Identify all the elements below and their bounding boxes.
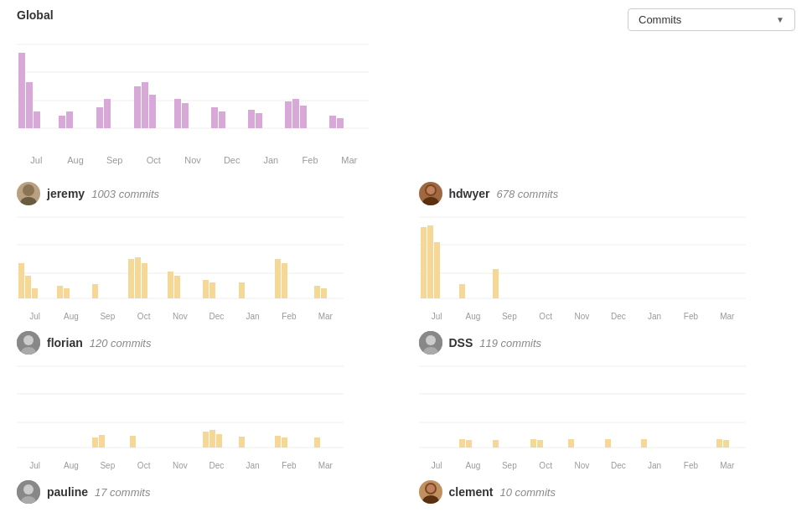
chart-svg-dss: 300 200 100 0 [419,358,746,458]
svg-rect-84 [92,437,98,448]
user-header-dss: DSS 119 commits [419,331,796,355]
chart-svg-jeremy: 300 200 100 0 [17,209,344,309]
svg-rect-21 [219,111,225,128]
dropdown-label: Commits [639,13,681,26]
svg-rect-23 [256,113,262,128]
svg-rect-91 [275,436,281,448]
chart-florian: 300 200 100 0 [17,358,394,470]
svg-point-58 [422,197,439,205]
global-title: Global [17,8,54,22]
svg-rect-19 [182,103,189,128]
user-section-dss: DSS 119 commits 300 200 100 0 [419,326,796,475]
global-chart-section: 300 200 100 0 [17,36,795,165]
x-labels-jeremy: Jul Aug Sep Oct Nov Dec Jan Feb Mar [17,312,344,321]
svg-point-74 [23,335,34,345]
svg-rect-14 [104,99,111,128]
svg-rect-56 [321,288,327,298]
user-header-jeremy: jeremy 1003 commits [17,182,394,205]
svg-rect-109 [537,440,543,448]
svg-rect-15 [134,86,141,128]
svg-rect-46 [135,257,141,298]
svg-rect-11 [59,116,65,128]
svg-rect-54 [282,263,287,298]
svg-rect-40 [25,276,31,298]
top-row: Global Commits ▼ [17,8,795,31]
avatar-florian [17,331,40,355]
x-labels-hdwyer: Jul Aug Sep Oct Nov Dec Jan Feb Mar [419,312,746,321]
svg-rect-20 [211,107,218,128]
svg-rect-112 [641,439,647,448]
svg-rect-45 [128,259,134,298]
svg-rect-90 [239,437,245,448]
svg-rect-93 [314,437,320,448]
commits-dss: 119 commits [479,337,541,349]
svg-rect-17 [149,95,156,128]
avatar-icon-hdwyer [419,182,442,205]
svg-rect-22 [248,110,255,128]
svg-rect-72 [493,269,499,298]
x-label-aug: Aug [56,155,96,165]
svg-rect-114 [723,440,729,448]
svg-rect-87 [203,432,209,448]
svg-rect-43 [64,288,70,298]
svg-rect-89 [216,434,222,448]
svg-rect-68 [421,227,427,298]
chart-svg-hdwyer: 300 200 100 0 [419,209,746,309]
svg-rect-105 [459,439,465,448]
chart-hdwyer: 300 200 100 0 Jul Aug S [419,209,796,321]
user-section-hdwyer: hdwyer 678 commits 300 200 100 0 [419,177,796,326]
svg-rect-9 [26,82,33,128]
svg-rect-47 [142,263,147,298]
svg-point-30 [20,197,37,205]
chart-dss: 300 200 100 0 Jul [419,358,796,470]
username-jeremy: jeremy [47,187,85,200]
commits-dropdown[interactable]: Commits ▼ [628,8,795,31]
avatar-pauline [17,480,40,504]
user-section-jeremy: jeremy 1003 commits 300 200 100 0 [17,177,394,326]
page: Global Commits ▼ 300 200 100 0 [0,0,812,528]
avatar-icon-dss [419,331,442,355]
svg-rect-52 [239,282,245,298]
user-section-florian: florian 120 commits 300 200 100 0 [17,326,394,475]
username-florian: florian [47,336,83,349]
x-label-oct: Oct [134,155,173,165]
x-label-mar: Mar [329,155,369,165]
chart-jeremy: 300 200 100 0 [17,209,394,321]
svg-rect-42 [57,286,63,298]
commits-hdwyer: 678 commits [497,188,559,200]
user-header-clement: clement 10 commits [419,480,796,504]
svg-rect-27 [329,116,336,128]
x-labels-dss: Jul Aug Sep Oct Nov Dec Jan Feb Mar [419,461,746,470]
x-labels-florian: Jul Aug Sep Oct Nov Dec Jan Feb Mar [17,461,344,470]
svg-rect-28 [337,118,344,128]
user-header-hdwyer: hdwyer 678 commits [419,182,796,205]
svg-rect-111 [605,439,611,448]
avatar-hdwyer [419,182,442,205]
avatar-icon-pauline [17,480,40,504]
svg-rect-8 [18,53,25,128]
x-label-jul: Jul [17,155,56,165]
svg-rect-48 [168,272,173,298]
svg-rect-24 [285,101,292,128]
svg-rect-106 [466,440,472,448]
commits-clement: 10 commits [499,486,555,499]
dropdown-arrow-icon: ▼ [776,15,784,24]
svg-rect-12 [66,111,73,128]
username-dss: DSS [449,336,473,349]
svg-rect-70 [434,242,440,298]
svg-rect-50 [203,280,209,298]
svg-point-59 [427,186,435,194]
svg-rect-85 [99,435,105,448]
x-label-jan: Jan [251,155,291,165]
users-grid: jeremy 1003 commits 300 200 100 0 [17,177,795,512]
username-clement: clement [449,485,494,499]
svg-rect-53 [275,259,281,298]
x-label-feb: Feb [291,155,330,165]
avatar-dss [419,331,442,355]
username-hdwyer: hdwyer [449,187,490,200]
svg-rect-113 [716,439,722,448]
svg-rect-55 [314,286,320,298]
avatar-jeremy [17,182,40,205]
commits-jeremy: 1003 commits [91,188,159,200]
svg-rect-44 [92,284,98,298]
